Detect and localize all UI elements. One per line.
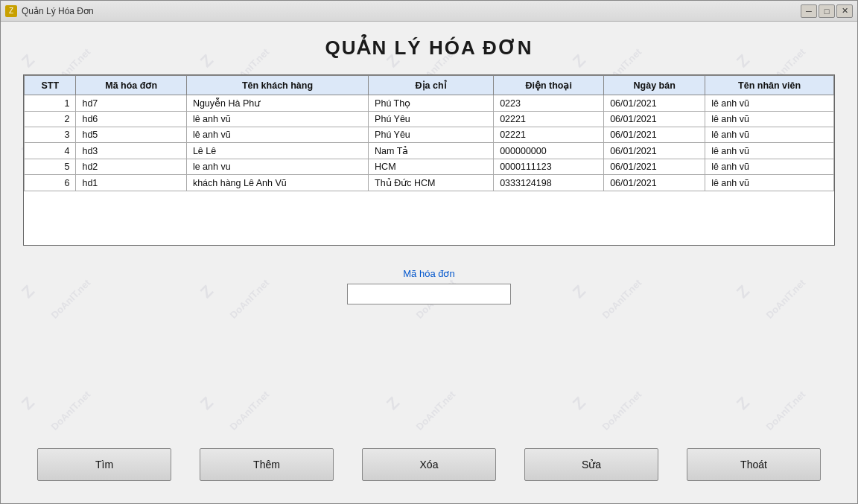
minimize-button[interactable]: ─ [801, 4, 817, 18]
page-title: QUẢN LÝ HÓA ĐƠN [23, 36, 835, 60]
cell-ngay: 06/01/2021 [604, 112, 705, 127]
watermark-z: Z [569, 393, 590, 414]
col-ten-nhan-vien: Tên nhân viên [705, 76, 834, 95]
table-body: 1 hd7 Nguyễn Hà Phư Phú Thọ 0223 06/01/2… [25, 95, 834, 191]
watermark-text: DoAnIT.net [228, 389, 272, 433]
cell-dia-chi: Phú Thọ [369, 95, 494, 112]
cell-ngay: 06/01/2021 [604, 127, 705, 143]
cell-stt: 5 [25, 159, 76, 175]
close-button[interactable]: ✕ [836, 4, 853, 18]
cell-dia-chi: HCM [369, 159, 494, 175]
cell-ma: hd6 [76, 112, 186, 127]
watermark-z: Z [197, 393, 217, 414]
table-row[interactable]: 2 hd6 lê anh vũ Phú Yêu 02221 06/01/2021… [25, 112, 834, 127]
xoa-button[interactable]: Xóa [362, 448, 496, 481]
watermark-z: Z [383, 393, 404, 414]
col-ten-khach-hang: Tên khách hàng [186, 76, 368, 95]
cell-stt: 1 [25, 95, 76, 112]
cell-dt: 02221 [494, 112, 604, 127]
cell-ngay: 06/01/2021 [604, 95, 705, 112]
cell-ten-kh: Nguyễn Hà Phư [186, 95, 368, 112]
form-area: Mã hóa đơn [23, 268, 835, 304]
buttons-row: Tìm Thêm Xóa Sửa Thoát [23, 448, 835, 481]
cell-ten-kh: lê anh vũ [186, 112, 368, 127]
table-row[interactable]: 1 hd7 Nguyễn Hà Phư Phú Thọ 0223 06/01/2… [25, 95, 834, 112]
cell-nv: lê anh vũ [705, 127, 834, 143]
cell-nv: lê anh vũ [705, 159, 834, 175]
cell-stt: 6 [25, 175, 76, 191]
cell-nv: lê anh vũ [705, 175, 834, 191]
cell-ngay: 06/01/2021 [604, 143, 705, 159]
app-icon: Z [5, 5, 17, 17]
col-dien-thoai: Điện thoại [494, 76, 604, 95]
cell-ten-kh: lê anh vũ [186, 127, 368, 143]
cell-ma: hd3 [76, 143, 186, 159]
maximize-button[interactable]: □ [819, 4, 835, 18]
cell-dt: 0000111123 [494, 159, 604, 175]
cell-ten-kh: khách hàng Lê Anh Vũ [186, 175, 368, 191]
table-row[interactable]: 3 hd5 lê anh vũ Phú Yêu 02221 06/01/2021… [25, 127, 834, 143]
cell-ma: hd5 [76, 127, 186, 143]
ma-hoa-don-input[interactable] [347, 284, 511, 304]
main-window: Z Quản Lý Hóa Đơn ─ □ ✕ ZDoAnIT.netZDoAn… [0, 0, 858, 504]
cell-nv: lê anh vũ [705, 112, 834, 127]
table-row[interactable]: 5 hd2 le anh vu HCM 0000111123 06/01/202… [25, 159, 834, 175]
table-header-row: STT Mã hóa đơn Tên khách hàng Địa chỉ Đi… [25, 76, 834, 95]
invoice-table: STT Mã hóa đơn Tên khách hàng Địa chỉ Đi… [24, 75, 834, 191]
cell-ma: hd1 [76, 175, 186, 191]
cell-dia-chi: Phú Yêu [369, 127, 494, 143]
cell-ma: hd7 [76, 95, 186, 112]
title-bar: Z Quản Lý Hóa Đơn ─ □ ✕ [1, 1, 857, 22]
window-controls: ─ □ ✕ [801, 4, 853, 18]
cell-dt: 02221 [494, 127, 604, 143]
sua-button[interactable]: Sửa [524, 448, 658, 481]
cell-stt: 4 [25, 143, 76, 159]
watermark-z: Z [18, 393, 39, 414]
content-area: ZDoAnIT.netZDoAnIT.netZDoAnIT.netZDoAnIT… [1, 22, 857, 503]
them-button[interactable]: Thêm [200, 448, 334, 481]
cell-dia-chi: Phú Yêu [369, 112, 494, 127]
cell-stt: 3 [25, 127, 76, 143]
col-ma-hoa-don: Mã hóa đơn [76, 76, 186, 95]
watermark-text: DoAnIT.net [600, 389, 644, 433]
cell-stt: 2 [25, 112, 76, 127]
watermark-z: Z [733, 393, 754, 414]
watermark-text: DoAnIT.net [764, 389, 808, 433]
table-row[interactable]: 4 hd3 Lê Lê Nam Tả 000000000 06/01/2021 … [25, 143, 834, 159]
title-bar-left: Z Quản Lý Hóa Đơn [5, 5, 94, 17]
cell-nv: lê anh vũ [705, 143, 834, 159]
cell-dt: 0333124198 [494, 175, 604, 191]
cell-ma: hd2 [76, 159, 186, 175]
window-title: Quản Lý Hóa Đơn [22, 6, 94, 16]
watermark-text: DoAnIT.net [49, 389, 93, 433]
table-row[interactable]: 6 hd1 khách hàng Lê Anh Vũ Thủ Đức HCM 0… [25, 175, 834, 191]
cell-nv: lê anh vũ [705, 95, 834, 112]
cell-dia-chi: Nam Tả [369, 143, 494, 159]
col-stt: STT [25, 76, 76, 95]
thoat-button[interactable]: Thoát [687, 448, 821, 481]
ma-hoa-don-label: Mã hóa đơn [403, 268, 454, 279]
cell-ngay: 06/01/2021 [604, 175, 705, 191]
tim-button[interactable]: Tìm [37, 448, 171, 481]
cell-dt: 0223 [494, 95, 604, 112]
invoice-table-container: STT Mã hóa đơn Tên khách hàng Địa chỉ Đi… [23, 74, 835, 246]
cell-ngay: 06/01/2021 [604, 159, 705, 175]
col-dia-chi: Địa chỉ [369, 76, 494, 95]
cell-ten-kh: Lê Lê [186, 143, 368, 159]
watermark-text: DoAnIT.net [414, 389, 458, 433]
col-ngay-ban: Ngày bán [604, 76, 705, 95]
cell-dia-chi: Thủ Đức HCM [369, 175, 494, 191]
cell-dt: 000000000 [494, 143, 604, 159]
cell-ten-kh: le anh vu [186, 159, 368, 175]
